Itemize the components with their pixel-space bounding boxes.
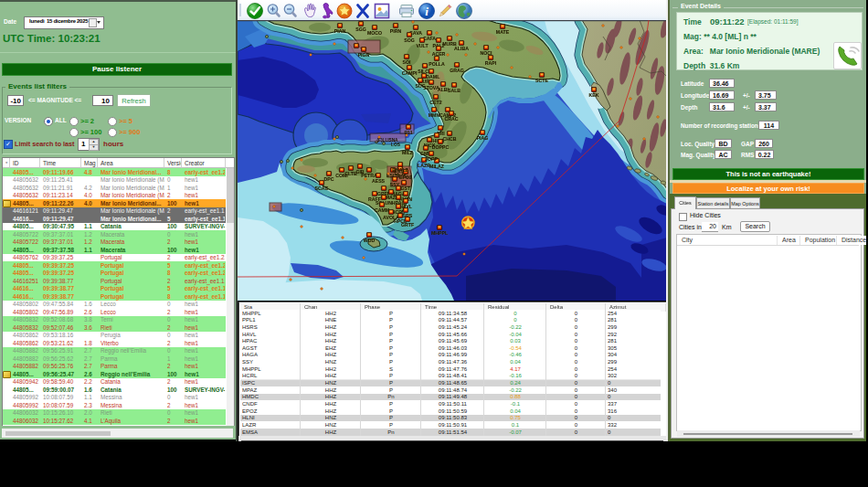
svg-text:MMN: MMN <box>429 112 440 118</box>
svg-text:BNALZ: BNALZ <box>392 167 408 173</box>
svg-text:CRAC: CRAC <box>445 116 459 122</box>
svg-text:ACER: ACER <box>432 51 446 57</box>
svg-text:CAFA: CAFA <box>423 36 436 41</box>
svg-text:PIAN: PIAN <box>334 28 346 34</box>
svg-text:KEK: KEK <box>589 92 599 98</box>
svg-text:ALIBA: ALIBA <box>454 46 469 51</box>
svg-text:MILZ: MILZ <box>402 150 414 155</box>
svg-text:SOG: SOG <box>404 37 415 43</box>
svg-text:JOPP: JOPP <box>425 156 438 162</box>
svg-text:EPOZ: EPOZ <box>399 175 413 180</box>
svg-text:CAMM: CAMM <box>375 207 389 213</box>
svg-text:GRAG: GRAG <box>450 68 464 73</box>
svg-text:GRTF: GRTF <box>401 222 414 228</box>
svg-text:AVOLA: AVOLA <box>383 215 399 220</box>
svg-text:MOCO: MOCO <box>367 30 382 36</box>
svg-text:i: i <box>425 5 429 18</box>
svg-text:B11: B11 <box>404 130 412 135</box>
svg-text:LAZR: LAZR <box>418 163 430 168</box>
svg-text:CHCB: CHCB <box>443 136 457 142</box>
svg-text:NOCI: NOCI <box>481 50 493 56</box>
svg-text:DOPPC: DOPPC <box>432 144 450 150</box>
svg-text:SGG: SGG <box>355 26 366 32</box>
svg-text:PIGN: PIGN <box>358 52 370 58</box>
svg-text:PIRN: PIRN <box>390 28 402 34</box>
svg-text:SOI: SOI <box>403 59 411 65</box>
svg-text:RAPI: RAPI <box>485 60 497 66</box>
svg-text:PIAG: PIAG <box>477 135 489 141</box>
svg-text:POLLA: POLLA <box>429 61 445 67</box>
svg-text:LOS: LOS <box>391 143 401 147</box>
svg-text:DPC: DPC <box>324 176 334 182</box>
svg-text:MHPPL: MHPPL <box>431 230 449 236</box>
svg-text:AESS: AESS <box>372 178 386 184</box>
svg-text:SALB: SALB <box>448 88 460 93</box>
svg-text:SCTE: SCTE <box>535 78 548 83</box>
svg-text:MILAZ: MILAZ <box>429 164 445 169</box>
svg-text:VULT: VULT <box>416 43 429 48</box>
svg-text:MATE: MATE <box>496 29 510 35</box>
svg-text:CET2: CET2 <box>429 100 441 105</box>
svg-text:CAMPI: CAMPI <box>402 70 418 76</box>
svg-text:SCAG: SCAG <box>315 185 329 191</box>
svg-text:WDD: WDD <box>364 238 376 243</box>
